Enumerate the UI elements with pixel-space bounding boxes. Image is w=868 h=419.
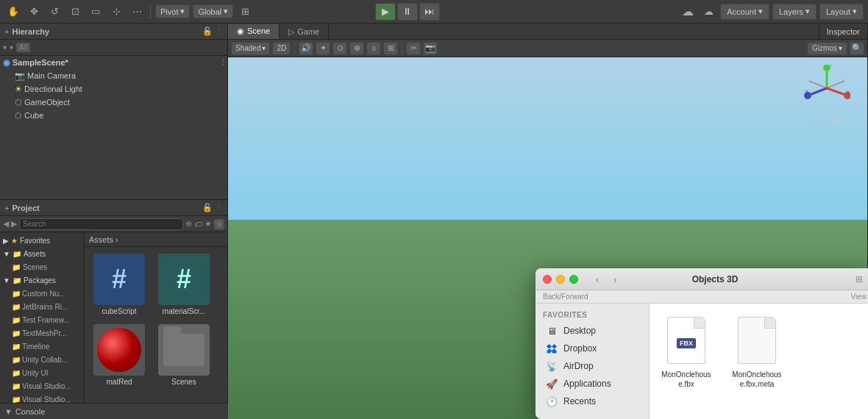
packages-tree-item[interactable]: ▼ 📁 Packages xyxy=(0,273,84,287)
finder-file-fbx[interactable]: FBX MonOnclehouse.fbx xyxy=(657,311,716,392)
layout-button[interactable]: Layout ▾ xyxy=(819,4,864,20)
collab-status-icon[interactable]: ☁ xyxy=(700,3,717,21)
window-close-btn[interactable] xyxy=(543,275,552,284)
project-star-icon[interactable]: ★ xyxy=(204,219,212,229)
custom-tool-btn[interactable]: ⋯ xyxy=(128,3,146,21)
textmesh-tree-item[interactable]: 📁TextMeshPr... xyxy=(0,326,84,340)
hierarchy-item-cube[interactable]: ⬡ Cube xyxy=(0,109,227,122)
hierarchy-menu-icon[interactable]: ⋮ xyxy=(215,26,223,36)
step-button[interactable]: ⏭ xyxy=(419,3,440,21)
project-add-btn[interactable]: + xyxy=(4,204,9,212)
hierarchy-dropdown-icon[interactable]: ▾ xyxy=(3,43,7,51)
fbx-file-icon: FBX xyxy=(663,314,710,367)
twod-btn[interactable]: 2D xyxy=(272,42,291,55)
meta-file-icon xyxy=(733,314,780,367)
scene-tab[interactable]: ◉ Scene xyxy=(228,24,280,39)
cube-icon: ⬡ xyxy=(15,111,22,121)
shaded-dropdown[interactable]: Shaded ▾ xyxy=(231,42,270,55)
cloud-collab-icon[interactable]: ☁ xyxy=(679,3,697,21)
hand-tool-btn[interactable]: ✋ xyxy=(4,3,22,21)
finder-sidebar-dropbox[interactable]: Dropbox xyxy=(538,340,646,357)
scenes-tree-item[interactable]: 📁 Scenes xyxy=(0,260,84,273)
scene-menu-icon[interactable]: ⋮ xyxy=(219,58,227,68)
finder-sidebar-recents[interactable]: 🕐 Recents xyxy=(538,393,646,410)
asset-item-matred[interactable]: matRed xyxy=(89,322,149,388)
inspector-tab-label: Inspector xyxy=(827,27,860,36)
console-toggle-btn[interactable]: ▼ xyxy=(4,407,13,416)
gizmos-dropdown[interactable]: Gizmos ▾ xyxy=(807,42,847,55)
hierarchy-item-gameobject[interactable]: ⬡ GameObject xyxy=(0,96,227,109)
finder-view-btn[interactable]: ⊞ xyxy=(852,272,867,287)
timeline-tree-item[interactable]: 📁Timeline xyxy=(0,340,84,353)
asset-item-materialscript[interactable]: # materialScr... xyxy=(154,251,214,318)
gizmo-widget[interactable]: Y X Z ◁ Persp xyxy=(801,65,853,123)
grid-btn[interactable]: ⊕ xyxy=(349,42,364,55)
inspector-tab[interactable]: Inspector xyxy=(819,24,867,39)
effect-btn[interactable]: ✦ xyxy=(316,42,330,55)
visual-studio1-tree-item[interactable]: 📁Visual Studio... xyxy=(0,379,84,393)
jetbrains-tree-item[interactable]: 📁JetBrains Ri... xyxy=(0,300,84,313)
hierarchy-panel-icons: 🔓 ⋮ xyxy=(202,26,223,36)
persp-label[interactable]: ◁ Persp xyxy=(814,113,841,121)
assets-tree-item[interactable]: ▼ 📁 Assets xyxy=(0,247,84,260)
pause-button[interactable]: ⏸ xyxy=(397,3,418,21)
materialscript-label: materialScr... xyxy=(163,307,205,315)
scissors-btn[interactable]: ✂ xyxy=(406,42,421,55)
custom-nu-tree-item[interactable]: 📁Custom Nu... xyxy=(0,287,84,300)
layout-icon-btn[interactable]: ⊞ xyxy=(236,3,254,21)
recents-label: Recents xyxy=(563,396,596,407)
applications-label: Applications xyxy=(563,379,611,389)
number-btn[interactable]: 0 xyxy=(366,42,381,55)
asset-item-scenes[interactable]: Scenes xyxy=(154,322,214,388)
rect-tool-btn[interactable]: ▭ xyxy=(87,3,104,21)
scene-icon: ◉ xyxy=(3,58,10,68)
play-button[interactable]: ▶ xyxy=(375,3,396,21)
hierarchy-lock-icon[interactable]: 🔓 xyxy=(202,26,213,36)
project-fwd-btn[interactable]: ▶ xyxy=(11,219,17,229)
account-button[interactable]: Account ▾ xyxy=(720,4,769,20)
unity-collab-tree-item[interactable]: 📁Unity Collab... xyxy=(0,353,84,366)
audio-btn[interactable]: 🔊 xyxy=(299,42,313,55)
search-scene-btn[interactable]: 🔍 xyxy=(850,42,864,55)
hierarchy-item-main-camera[interactable]: 📷 Main Camera xyxy=(0,69,227,82)
global-dropdown[interactable]: Global ▾ xyxy=(193,4,233,18)
hierarchy-item-directional-light[interactable]: ☀ Directional Light xyxy=(0,82,227,96)
asset-grid: # cubeScript # materialScr... xyxy=(85,247,227,406)
hierarchy-add-btn[interactable]: + xyxy=(4,27,9,36)
overlay-btn[interactable]: ⊞ xyxy=(383,42,398,55)
finder-sidebar-applications[interactable]: 🚀 Applications xyxy=(538,375,646,393)
favorites-section-title: Favorites xyxy=(536,309,649,322)
main-camera-label: Main Camera xyxy=(27,71,76,80)
breadcrumb-assets[interactable]: Assets xyxy=(89,235,113,244)
camera-preview-btn[interactable]: 📷 xyxy=(423,42,438,55)
project-filter2-icon[interactable]: 🏷 xyxy=(194,220,202,229)
project-search-input[interactable] xyxy=(19,218,183,230)
finder-sidebar-desktop[interactable]: 🖥 Desktop xyxy=(538,322,646,340)
rotate-tool-btn[interactable]: ↺ xyxy=(46,3,63,21)
recents-icon: 🕐 xyxy=(546,395,558,407)
project-lock-icon[interactable]: 🔓 xyxy=(202,203,213,212)
finder-file-meta[interactable]: MonOnclehouse.fbx.meta xyxy=(728,311,786,392)
move-tool-btn[interactable]: ✥ xyxy=(25,3,43,21)
scene-cam-btn[interactable]: ⊙ xyxy=(332,42,347,55)
test-framework-tree-item[interactable]: 📁Test Framew... xyxy=(0,313,84,326)
window-maximize-btn[interactable] xyxy=(569,275,578,284)
pivot-dropdown[interactable]: Pivot ▾ xyxy=(155,4,190,18)
scene-item[interactable]: ◉ SampleScene* ⋮ xyxy=(0,56,227,69)
project-back-btn[interactable]: ◀ xyxy=(3,219,9,229)
hierarchy-filter-icon[interactable]: ▾ xyxy=(10,43,13,51)
scenes-folder-icon: 📁 xyxy=(12,263,21,271)
favorites-item[interactable]: ▶ ★ Favorites xyxy=(0,234,84,247)
hierarchy-all-btn[interactable]: All xyxy=(16,43,30,52)
finder-nav-labels: Back/Forward View xyxy=(536,290,868,304)
finder-sidebar-airdrop[interactable]: 📡 AirDrop xyxy=(538,357,646,375)
scale-tool-btn[interactable]: ⊡ xyxy=(66,3,84,21)
project-filter1-icon[interactable]: ⊕ xyxy=(185,219,192,229)
game-tab[interactable]: ▷ Game xyxy=(280,24,329,39)
unity-ui-tree-item[interactable]: 📁Unity UI xyxy=(0,366,84,379)
window-minimize-btn[interactable] xyxy=(556,275,565,284)
asset-item-cubescript[interactable]: # cubeScript xyxy=(89,251,149,318)
project-menu-icon[interactable]: ⋮ xyxy=(215,203,223,212)
layers-button[interactable]: Layers ▾ xyxy=(772,4,817,20)
transform-tool-btn[interactable]: ⊹ xyxy=(107,3,125,21)
